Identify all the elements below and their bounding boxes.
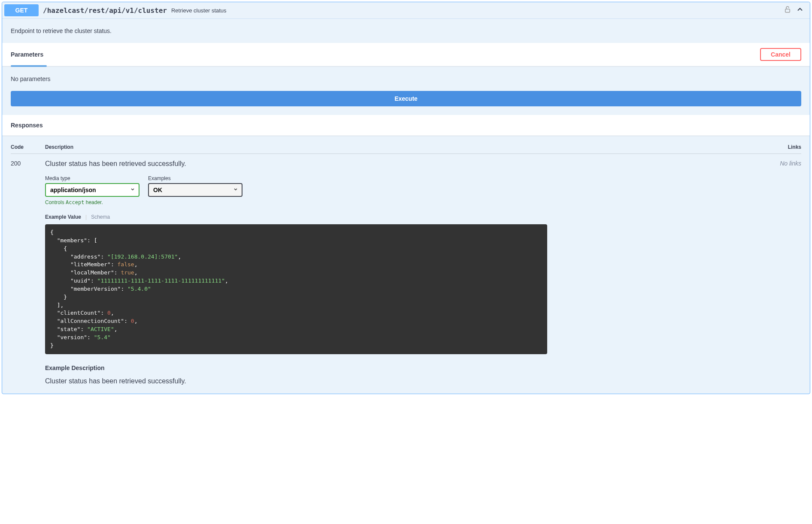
endpoint-description: Endpoint to retrieve the cluster status. bbox=[2, 19, 810, 43]
accept-hint: Controls Accept header. bbox=[45, 199, 139, 205]
response-description: Cluster status has been retrieved succes… bbox=[45, 160, 767, 168]
responses-body: Code Description Links 200 Cluster statu… bbox=[2, 136, 810, 394]
opblock-summary[interactable]: GET /hazelcast/rest/api/v1/cluster Retri… bbox=[2, 2, 810, 19]
parameters-heading: Parameters bbox=[11, 51, 43, 58]
examples-select[interactable]: OK bbox=[148, 183, 242, 197]
lock-icon[interactable] bbox=[784, 6, 791, 15]
parameters-header: Parameters Cancel bbox=[2, 43, 810, 66]
media-type-select[interactable]: application/json bbox=[45, 183, 139, 197]
col-links: Links bbox=[767, 144, 801, 150]
endpoint-summary: Retrieve cluster status bbox=[171, 7, 784, 14]
example-description-heading: Example Description bbox=[45, 364, 767, 371]
cancel-button[interactable]: Cancel bbox=[760, 48, 801, 61]
svg-rect-0 bbox=[785, 9, 790, 12]
parameters-tab-underline bbox=[11, 65, 47, 67]
response-links: No links bbox=[767, 160, 801, 385]
examples-label: Examples bbox=[148, 175, 242, 181]
tab-example-value[interactable]: Example Value bbox=[45, 214, 81, 220]
opblock-get: GET /hazelcast/rest/api/v1/cluster Retri… bbox=[2, 2, 810, 394]
response-row-200: 200 Cluster status has been retrieved su… bbox=[11, 154, 801, 385]
execute-button[interactable]: Execute bbox=[11, 91, 801, 106]
chevron-up-icon[interactable] bbox=[796, 5, 804, 16]
media-type-label: Media type bbox=[45, 175, 139, 181]
parameters-body: No parameters bbox=[2, 67, 810, 91]
response-code: 200 bbox=[11, 160, 45, 385]
responses-heading: Responses bbox=[11, 122, 43, 129]
endpoint-path: /hazelcast/rest/api/v1/cluster bbox=[43, 6, 167, 15]
responses-header: Responses bbox=[2, 115, 810, 136]
tab-schema[interactable]: Schema bbox=[91, 214, 110, 220]
col-desc: Description bbox=[45, 144, 767, 150]
example-tabs: Example Value | Schema bbox=[45, 214, 767, 220]
responses-table-header: Code Description Links bbox=[11, 144, 801, 154]
example-code-block: { "members": [ { "address": "[192.168.0.… bbox=[45, 224, 547, 354]
method-badge: GET bbox=[4, 4, 39, 16]
col-code: Code bbox=[11, 144, 45, 150]
example-description-body: Cluster status has been retrieved succes… bbox=[45, 377, 767, 385]
